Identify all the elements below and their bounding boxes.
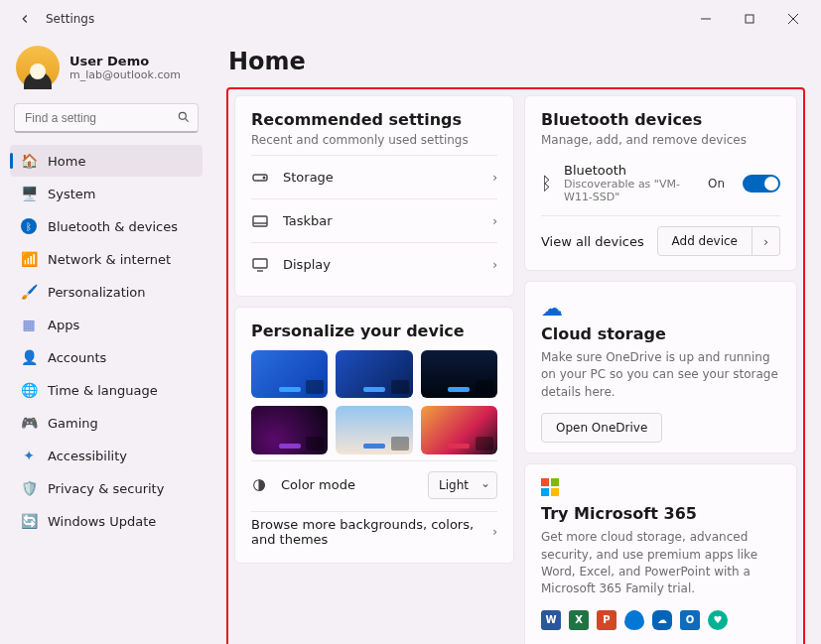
shield-icon: 🛡️	[20, 479, 38, 497]
svg-rect-1	[746, 15, 753, 23]
chevron-right-icon: ›	[492, 171, 497, 185]
close-button[interactable]	[771, 4, 815, 34]
cloud-title: Cloud storage	[541, 324, 780, 343]
cloud-desc: Make sure OneDrive is up and running on …	[541, 349, 780, 401]
nav-update[interactable]: 🔄 Windows Update	[10, 505, 203, 537]
bluetooth-toggle-row: ᛒ Bluetooth Discoverable as "VM-W11-SSD"…	[541, 155, 780, 215]
content: Home Recommended settings Recent and com…	[210, 38, 821, 644]
excel-icon: X	[569, 610, 589, 630]
nav-gaming[interactable]: 🎮 Gaming	[10, 407, 203, 439]
nav-home[interactable]: 🏠 Home	[10, 145, 203, 177]
nav-label: Home	[48, 154, 85, 169]
nav: 🏠 Home 🖥️ System ᛒ Bluetooth & devices 📶…	[10, 145, 203, 537]
maximize-button[interactable]	[728, 4, 771, 34]
user-name: User Demo	[69, 54, 181, 68]
theme-option-5[interactable]	[336, 406, 412, 453]
outlook-icon: O	[680, 610, 700, 630]
taskbar-icon	[251, 215, 269, 227]
color-mode-value: Light	[439, 478, 469, 492]
nav-apps[interactable]: ▦ Apps	[10, 309, 203, 340]
nav-label: Personalization	[48, 285, 146, 300]
search-icon	[177, 110, 191, 124]
cloud-icon: ☁	[541, 296, 780, 321]
m365-title: Try Microsoft 365	[541, 504, 780, 523]
nav-label: Apps	[48, 318, 79, 332]
theme-option-1[interactable]	[251, 350, 328, 398]
bluetooth-subtitle: Manage, add, and remove devices	[541, 133, 780, 147]
toggle-label: On	[708, 177, 725, 191]
nav-time-language[interactable]: 🌐 Time & language	[10, 374, 203, 406]
brush-icon: 🖌️	[20, 283, 38, 301]
nav-accessibility[interactable]: ✦ Accessibility	[10, 440, 203, 471]
nav-label: Privacy & security	[48, 481, 164, 496]
avatar	[16, 46, 60, 89]
bluetooth-toggle[interactable]	[743, 175, 780, 193]
family-icon: ♥	[708, 610, 728, 630]
color-mode-icon	[251, 477, 269, 493]
personalize-title: Personalize your device	[251, 322, 497, 340]
bluetooth-icon: ᛒ	[541, 173, 552, 193]
powerpoint-icon: P	[597, 610, 616, 630]
back-button[interactable]	[14, 12, 36, 26]
bluetooth-name: Bluetooth	[564, 163, 696, 178]
display-icon	[251, 258, 269, 272]
onedrive-icon: ☁	[652, 610, 672, 630]
nav-privacy[interactable]: 🛡️ Privacy & security	[10, 472, 203, 504]
chevron-right-icon: ›	[492, 525, 497, 539]
nav-accounts[interactable]: 👤 Accounts	[10, 341, 203, 373]
add-device-chevron[interactable]: ›	[753, 226, 780, 256]
row-label: Storage	[283, 170, 479, 185]
bluetooth-actions-row: View all devices Add device ›	[541, 215, 780, 260]
home-icon: 🏠	[20, 152, 38, 170]
nav-system[interactable]: 🖥️ System	[10, 178, 203, 209]
m365-card: Try Microsoft 365 Get more cloud storage…	[524, 463, 797, 644]
add-device-button[interactable]: Add device	[657, 226, 753, 256]
microsoft-logo-icon	[541, 478, 780, 496]
apps-icon: ▦	[20, 316, 38, 333]
nav-label: Windows Update	[48, 514, 156, 529]
bluetooth-card: Bluetooth devices Manage, add, and remov…	[524, 95, 797, 271]
recommended-storage[interactable]: Storage ›	[251, 155, 497, 198]
row-label: Display	[283, 257, 479, 272]
highlight-annotation: Recommended settings Recent and commonly…	[226, 87, 805, 644]
svg-rect-10	[253, 259, 267, 268]
nav-personalization[interactable]: 🖌️ Personalization	[10, 276, 203, 308]
nav-label: System	[48, 187, 95, 201]
personalize-card: Personalize your device Color mode	[234, 307, 514, 564]
theme-option-3[interactable]	[421, 350, 497, 398]
nav-label: Network & internet	[48, 252, 171, 267]
storage-icon	[251, 172, 269, 184]
open-onedrive-button[interactable]: Open OneDrive	[541, 413, 662, 443]
bluetooth-title: Bluetooth devices	[541, 110, 780, 129]
cloud-storage-card: ☁ Cloud storage Make sure OneDrive is up…	[524, 281, 797, 453]
nav-network[interactable]: 📶 Network & internet	[10, 243, 203, 275]
update-icon: 🔄	[20, 512, 38, 530]
color-mode-label: Color mode	[281, 477, 416, 492]
browse-more-row[interactable]: Browse more backgrounds, colors, and the…	[251, 511, 497, 553]
svg-line-5	[185, 118, 188, 121]
user-email: m_lab@outlook.com	[69, 68, 181, 81]
recommended-subtitle: Recent and commonly used settings	[251, 133, 497, 147]
recommended-display[interactable]: Display ›	[251, 242, 497, 286]
bluetooth-discoverable: Discoverable as "VM-W11-SSD"	[564, 178, 696, 203]
window-title: Settings	[46, 12, 94, 26]
search-input[interactable]	[14, 103, 199, 133]
row-label: Taskbar	[283, 213, 479, 228]
person-icon: 👤	[20, 348, 38, 366]
nav-bluetooth[interactable]: ᛒ Bluetooth & devices	[10, 210, 203, 242]
recommended-taskbar[interactable]: Taskbar ›	[251, 198, 497, 242]
recommended-card: Recommended settings Recent and commonly…	[234, 95, 514, 297]
user-profile[interactable]: User Demo m_lab@outlook.com	[10, 42, 203, 103]
word-icon: W	[541, 610, 561, 630]
theme-grid	[251, 350, 497, 454]
color-mode-select[interactable]: Light	[428, 471, 497, 499]
nav-label: Accessibility	[48, 449, 127, 463]
view-all-devices[interactable]: View all devices	[541, 234, 647, 249]
gaming-icon: 🎮	[20, 414, 38, 432]
nav-label: Time & language	[48, 383, 158, 398]
theme-option-4[interactable]	[251, 406, 328, 453]
theme-option-6[interactable]	[421, 406, 497, 453]
minimize-button[interactable]	[684, 4, 728, 34]
theme-option-2[interactable]	[336, 350, 412, 398]
m365-app-icons: W X P ☁ O ♥	[541, 610, 780, 630]
